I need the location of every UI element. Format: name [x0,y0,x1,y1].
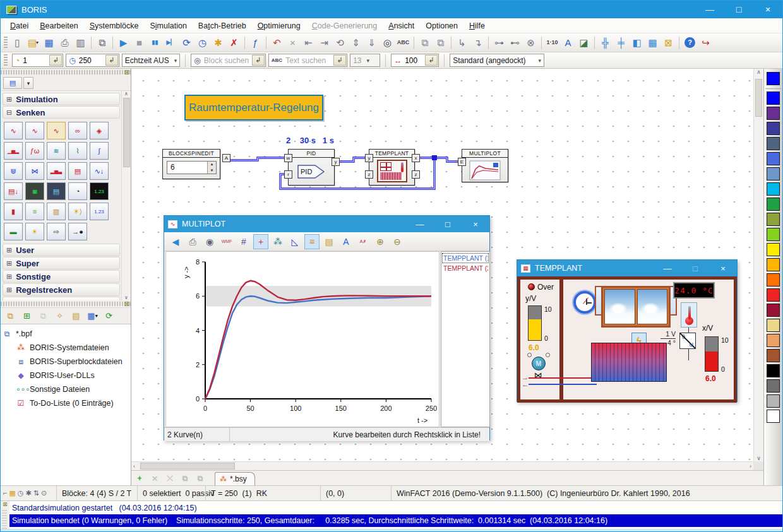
edit-function-button[interactable]: ƒ [248,35,263,50]
palette-close-icon[interactable]: ⊠ [124,69,129,76]
tree-item-user-dlls[interactable]: ◆BORIS-User-DLLs [2,369,129,382]
crosshair-button[interactable]: + [253,234,268,249]
palette-section-super[interactable]: ⊞Super [3,257,120,269]
multiplot-chart[interactable]: 05010015020025002468y ->t -> [165,251,439,427]
realtime-select[interactable]: Echtzeit AUS ▾ [122,54,181,67]
current-color-swatch[interactable] [767,72,780,85]
menu-item-systemblöcke[interactable]: Systemblöcke [84,20,145,32]
multiplot-minimize-button[interactable]: — [406,216,434,232]
abort-simulation-button[interactable]: ✗ [226,35,242,50]
scroll-left-icon[interactable]: ‹ [133,463,135,470]
menu-item-bearbeiten[interactable]: Bearbeiten [34,20,83,32]
toolbar-grip[interactable] [4,37,8,49]
edit-connection-button[interactable]: ⊷ [507,35,523,50]
layout-select[interactable]: Standard (angedockt) ▾ [450,54,544,67]
font-size-select[interactable]: 13 ▾ [350,54,380,67]
curve-display-block-tile[interactable]: ∫ [90,142,109,160]
search-block-button[interactable]: ◎ [380,35,395,50]
legend-toggle-button[interactable]: ≡ [304,234,320,249]
multiplot-block-tile[interactable]: ∿ [47,122,66,139]
palette-section-regelstrecken[interactable]: ⊞Regelstrecken [3,283,120,296]
expand-icon[interactable]: ⊞ [6,246,12,254]
insert-text-button[interactable]: A [560,35,576,50]
digital-display-block-tile[interactable]: 1.23 [90,182,109,200]
port-pid-in-r[interactable]: r [284,170,292,179]
tree-item-system-files[interactable]: ⁂BORIS-Systemdateien [2,341,129,355]
trend-display-block-tile[interactable]: ≋ [47,142,66,160]
palette-section-simulation[interactable]: ⊞Simulation [3,93,120,105]
tab-bsy[interactable]: ⁂ *.bsy [215,472,255,485]
zoom-apply-button[interactable]: ↲ [425,55,438,66]
tempplant-close-button[interactable]: × [709,260,737,276]
tree-item-other-files[interactable]: ∘∘∘Sonstige Dateien [2,382,129,396]
close-button[interactable]: × [753,1,782,18]
color-swatch-0[interactable] [767,92,780,105]
undo-button[interactable]: ↶ [269,35,285,50]
scroll-right-icon[interactable]: › [750,463,751,470]
port-blockspinedit-out[interactable]: A [222,154,230,162]
palette-view-dropdown-button[interactable]: ▾ [23,77,33,89]
bode-plot-block-tile[interactable]: ƒω [25,142,44,160]
palette-section-senken[interactable]: ⊟Senken [3,106,120,119]
plot-file-save-block-tile[interactable]: ∿↓ [90,162,109,180]
port-tempplant-out-z[interactable]: z [412,170,420,179]
help-button[interactable]: ? [682,35,698,50]
log-close-icon[interactable]: ⊠ [3,501,8,507]
reset-simulation-button[interactable]: ⟳ [179,35,194,50]
maximize-button[interactable]: □ [724,1,753,18]
insert-image-button[interactable]: ◪ [576,35,592,50]
color-swatch-10[interactable] [767,243,780,256]
poly-plot-block-tile[interactable]: ⋈ [25,162,44,180]
table-display-block-tile[interactable]: ▤ [68,162,87,180]
port-pid-out-y[interactable]: y [332,158,340,166]
menu-item-ansicht[interactable]: Ansicht [383,20,420,32]
color-swatch-16[interactable] [767,334,780,347]
palette-scroll-thumb[interactable] [123,98,130,167]
stop-simulation-button[interactable]: ■ [131,35,147,50]
color-swatch-1[interactable] [767,107,780,120]
port-tempplant-in-y[interactable]: y [365,154,373,162]
first-page-button[interactable]: ◀ [168,234,183,249]
lock-system-button[interactable]: ⊠ [660,35,676,50]
open-project-button[interactable]: ▤ [69,309,83,322]
pause-simulation-button[interactable]: ▮▮ [147,35,163,50]
scroll-down-icon[interactable]: ∨ [756,455,761,461]
canvas-horizontal-scrollbar[interactable]: ‹› [131,461,753,470]
font-button[interactable]: A [338,234,354,249]
color-swatch-3[interactable] [767,137,780,150]
event-display-block-tile[interactable]: ⌇ [68,142,87,160]
legend-item-2[interactable]: TEMPPLANT (2) [442,263,489,273]
color-swatch-15[interactable] [767,319,780,332]
close-system-button[interactable]: ⨯ [148,472,162,485]
block-search-apply-button[interactable]: ↲ [252,55,265,66]
bar-graph-block-tile[interactable]: ▂▅▃ [47,162,66,180]
port-multiplot-in-e[interactable]: E [458,158,466,166]
tempplant-window[interactable]: ▦ TEMPPLANT — □ × Over y/V [517,259,738,402]
end-time-input[interactable] [78,55,105,66]
color-swatch-17[interactable] [767,349,780,362]
delete-connection-button[interactable]: ⊗ [523,35,539,50]
menu-item-optimierung[interactable]: Optimierung [252,20,306,32]
menu-item-optionen[interactable]: Optionen [420,20,463,32]
zoom-in-button[interactable]: ⊕ [373,234,388,249]
single-step-button[interactable]: ▶▏ [163,35,179,50]
lamp-speaker-block-tile[interactable]: ☀⟩ [68,203,87,220]
color-swatch-8[interactable] [767,213,780,226]
multiplot-maximize-button[interactable]: □ [434,216,462,232]
print-plot-button[interactable]: ⎙ [185,234,200,249]
text-search-input[interactable] [284,55,333,66]
font-reset-button[interactable]: A✗ [356,234,371,249]
wire-mode-button[interactable]: ⇓ [364,35,380,50]
curve-family-block-tile[interactable]: ⋓ [4,162,23,180]
yt-plot-alt-block-tile[interactable]: ∿ [25,122,44,139]
slider-display-block-tile[interactable]: ▬ [4,223,23,240]
grid-toggle-button[interactable]: # [236,234,251,249]
palette-scrollbar[interactable]: ∧∨ [121,91,131,300]
chart-recorder-block-tile[interactable]: ▤ [47,182,66,200]
curve-colors-button[interactable]: ⁂ [270,234,285,249]
superblock-export-button[interactable]: ⧉ [433,35,448,50]
port-pid-in-w[interactable]: w [284,154,292,162]
scroll-up-icon[interactable]: ∧ [124,91,128,97]
palette-section-favoriten[interactable]: Favoriten [3,297,120,300]
multiplot-window-titlebar[interactable]: ∿ MULTIPLOT — □ × [164,216,489,232]
